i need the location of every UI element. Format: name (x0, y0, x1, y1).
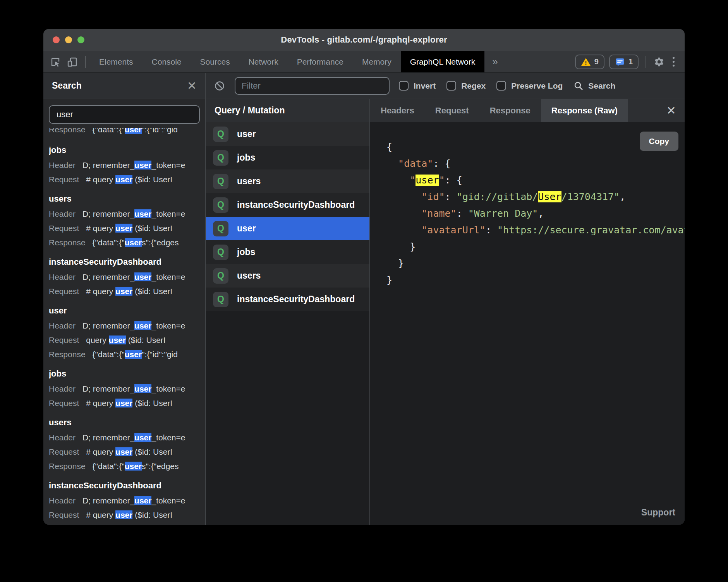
minimize-window-button[interactable] (65, 36, 72, 43)
query-type-badge: Q (213, 174, 228, 189)
query-list-item-label: instanceSecurityDashboard (237, 200, 355, 210)
tab-memory[interactable]: Memory (353, 51, 401, 72)
search-result-line[interactable]: Response {"data":{"user":{"id":"gid (49, 347, 205, 361)
search-result-line[interactable]: Response {"data":{"user":{"id":"gid (49, 128, 205, 137)
search-result-line-content: # query user ($id: UserI (86, 396, 172, 410)
search-input[interactable] (49, 105, 200, 124)
json-line: } (386, 238, 685, 255)
search-result-line-label: Request (49, 508, 79, 522)
traffic-lights (53, 29, 84, 51)
detail-tab-response-raw[interactable]: Response (Raw) (541, 99, 628, 122)
window-title: DevTools - gitlab.com/-/graphql-explorer (281, 35, 447, 45)
search-control[interactable]: Search (573, 81, 615, 91)
filter-input[interactable] (235, 77, 390, 95)
search-result-line[interactable]: Request query user ($id: UserI (49, 333, 205, 347)
close-window-button[interactable] (53, 36, 60, 43)
search-result-group-title: instanceSecurityDashboard (49, 254, 205, 270)
device-toolbar-icon[interactable] (67, 56, 78, 68)
search-result-line[interactable]: Header D; remember_user_token=e (49, 270, 205, 284)
zoom-window-button[interactable] (77, 36, 84, 43)
query-list-item-jobs[interactable]: Q jobs (206, 146, 369, 169)
search-match-highlight: user (134, 384, 151, 393)
tab-network[interactable]: Network (239, 51, 288, 72)
checkbox-invert[interactable]: Invert (399, 81, 436, 91)
search-result-line-label: Request (49, 172, 79, 187)
tab-graphql-network[interactable]: GraphQL Network (401, 51, 484, 72)
query-list-item-user[interactable]: Q user (206, 122, 369, 146)
query-list-item-label: jobs (237, 247, 255, 257)
search-result-line-label: Header (49, 318, 76, 333)
query-type-badge: Q (213, 292, 228, 307)
query-type-badge: Q (213, 221, 228, 236)
search-result-line[interactable]: Request # query user ($id: UserI (49, 396, 205, 410)
search-result-line[interactable]: Header D; remember_user_token=e (49, 158, 205, 172)
devtools-tab-bar: ElementsConsoleSourcesNetworkPerformance… (90, 51, 401, 72)
issues-badge[interactable]: 1 (609, 55, 639, 69)
search-result-line[interactable]: Header D; remember_user_token=e (49, 493, 205, 508)
inspect-element-icon[interactable] (50, 56, 61, 68)
search-result-line-content: D; remember_user_token=e (82, 493, 185, 508)
settings-gear-icon[interactable] (653, 56, 665, 68)
search-result-group-title: jobs (49, 366, 205, 382)
search-result-line-content: D; remember_user_token=e (82, 207, 185, 221)
search-result-line-content: # query user ($id: UserI (86, 284, 172, 298)
detail-tab-response[interactable]: Response (479, 99, 541, 122)
close-detail-icon[interactable]: ✕ (666, 105, 676, 116)
search-result-line-label: Header (49, 207, 76, 221)
detail-tab-request[interactable]: Request (425, 99, 479, 122)
kebab-menu-icon[interactable] (670, 57, 678, 67)
search-result-line[interactable]: Response {"data":{"users":{"edges (49, 235, 205, 250)
toolbar-divider (646, 56, 646, 68)
query-list-item-users[interactable]: Q users (206, 169, 369, 193)
json-line: "avatarUrl": "https://secure.gravatar.co… (386, 222, 685, 238)
search-match-highlight: user (134, 321, 151, 330)
search-result-group-title: user (49, 303, 205, 318)
search-result-line-label: Header (49, 430, 76, 445)
copy-button[interactable]: Copy (640, 132, 679, 151)
clear-log-icon[interactable] (214, 80, 225, 92)
detail-tab-bar: HeadersRequestResponseResponse (Raw) ✕ (370, 99, 685, 122)
close-search-icon[interactable]: ✕ (187, 80, 197, 92)
detail-tab-headers[interactable]: Headers (370, 99, 425, 122)
search-result-line[interactable]: Header D; remember_user_token=e (49, 207, 205, 221)
warnings-badge[interactable]: 9 (575, 55, 604, 69)
search-result-line[interactable]: Header D; remember_user_token=e (49, 430, 205, 445)
more-tabs-chevron-icon[interactable]: » (484, 51, 505, 72)
checkbox-box[interactable] (496, 81, 506, 91)
query-list-item-instancesecuritydashboard[interactable]: Q instanceSecurityDashboard (206, 193, 369, 217)
tab-elements[interactable]: Elements (90, 51, 143, 72)
search-result-line[interactable]: Response {"data":{"users":{"edges (49, 459, 205, 473)
search-result-group-title: instanceSecurityDashboard (49, 478, 205, 493)
json-line: } (386, 272, 685, 288)
tab-performance[interactable]: Performance (288, 51, 353, 72)
search-result-line[interactable]: Request # query user ($id: UserI (49, 508, 205, 522)
checkbox-regex[interactable]: Regex (446, 81, 486, 91)
search-result-line[interactable]: Request # query user ($id: UserI (49, 445, 205, 459)
search-result-line[interactable]: Request # query user ($id: UserI (49, 221, 205, 235)
query-list-item-label: instanceSecurityDashboard (237, 294, 355, 305)
tab-console[interactable]: Console (143, 51, 191, 72)
query-list-item-instancesecuritydashboard[interactable]: Q instanceSecurityDashboard (206, 288, 369, 311)
search-result-line[interactable]: Request # query user ($id: UserI (49, 172, 205, 187)
json-line: "name": "Warren Day", (386, 205, 685, 222)
query-list-item-label: users (237, 176, 261, 187)
search-result-line[interactable]: Request # query user ($id: UserI (49, 284, 205, 298)
search-result-line-label: Response (49, 128, 86, 137)
search-result-line-label: Request (49, 221, 79, 235)
query-list: Q user Q jobs Q users Q instanceSecurity… (206, 122, 369, 311)
checkbox-box[interactable] (446, 81, 456, 91)
query-list-item-jobs[interactable]: Q jobs (206, 240, 369, 264)
search-result-group-users: users Header D; remember_user_token=e Re… (49, 191, 205, 250)
search-match-highlight: user (134, 272, 151, 281)
checkbox-label: Regex (461, 81, 486, 91)
checkbox-box[interactable] (399, 81, 409, 91)
checkbox-preserve-log[interactable]: Preserve Log (496, 81, 563, 91)
search-result-line-label: Header (49, 382, 76, 396)
search-result-clipped-line[interactable]: Response {"data":{"user":{"id":"gid (49, 128, 205, 138)
support-link[interactable]: Support (641, 507, 675, 518)
query-list-item-user[interactable]: Q user (206, 217, 369, 240)
tab-sources[interactable]: Sources (191, 51, 239, 72)
search-result-line[interactable]: Header D; remember_user_token=e (49, 382, 205, 396)
query-list-item-users[interactable]: Q users (206, 264, 369, 288)
search-result-line[interactable]: Header D; remember_user_token=e (49, 318, 205, 333)
